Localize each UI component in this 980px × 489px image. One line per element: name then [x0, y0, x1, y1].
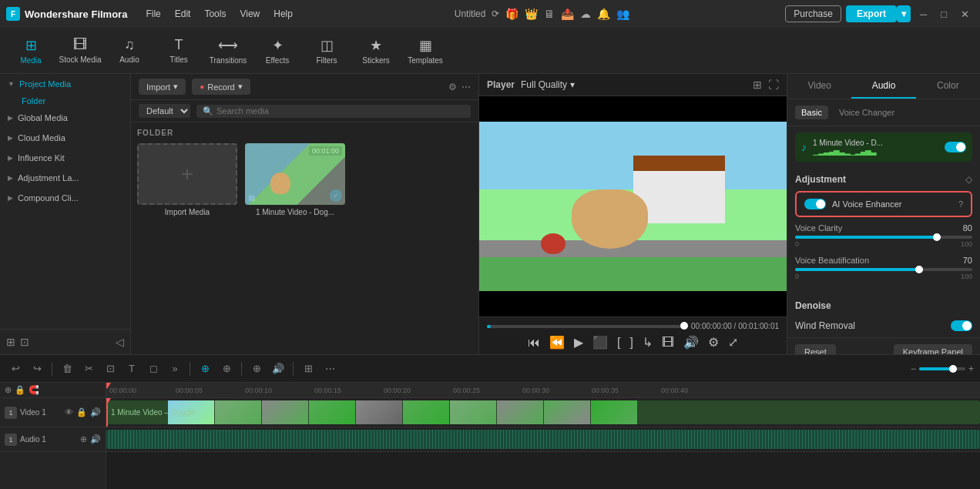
tl-crop-button[interactable]: ⊡ [101, 360, 119, 378]
tool-filters[interactable]: ◫ Filters [304, 31, 350, 71]
lock-icon[interactable]: 🔒 [15, 385, 25, 395]
menu-tools[interactable]: Tools [198, 7, 232, 21]
export-dropdown-button[interactable]: ▾ [897, 5, 911, 22]
snapshot-button[interactable]: 🎞 [662, 336, 674, 350]
player-quality-dropdown-icon[interactable]: ▾ [570, 79, 575, 90]
maximize-button[interactable]: □ [936, 8, 951, 20]
left-bottom-icon3[interactable]: ◁ [116, 336, 124, 348]
ai-info-icon[interactable]: ? [958, 199, 963, 209]
player-fullscreen-icon[interactable]: ⛶ [768, 79, 779, 91]
left-bottom-icon1[interactable]: ⊞ [6, 336, 15, 348]
filter-icon[interactable]: ⚙ [448, 82, 457, 92]
titlebar-icon-cloud[interactable]: ☁ [580, 8, 591, 20]
tool-templates[interactable]: ▦ Templates [402, 31, 448, 71]
import-button[interactable]: Import ▾ [139, 79, 186, 95]
tl-cut-button[interactable]: ✂ [79, 360, 98, 378]
close-button[interactable]: ✕ [956, 8, 974, 20]
sidebar-item-global-media[interactable]: ▶ Global Media [0, 108, 130, 128]
tl-more-button[interactable]: » [166, 360, 184, 378]
tab-video[interactable]: Video [787, 74, 851, 99]
tl-shape-button[interactable]: ◻ [144, 360, 163, 378]
audio-add-icon[interactable]: ⊕ [80, 434, 87, 444]
tl-undo-button[interactable]: ↩ [6, 360, 25, 378]
tl-snap-button[interactable]: ⊕ [196, 360, 214, 378]
record-button[interactable]: ● Record ▾ [192, 79, 250, 95]
menu-view[interactable]: View [233, 7, 266, 21]
player-grid-icon[interactable]: ⊞ [753, 79, 762, 91]
sidebar-item-compound[interactable]: ▶ Compound Cli... [0, 188, 130, 208]
tl-text-button[interactable]: T [123, 360, 141, 378]
ai-voice-toggle[interactable] [804, 199, 826, 209]
sidebar-item-cloud-media[interactable]: ▶ Cloud Media [0, 128, 130, 148]
left-bottom-icon2[interactable]: ⊡ [20, 336, 29, 348]
mark-out-button[interactable]: ] [630, 336, 633, 350]
video-lock-icon[interactable]: 🔒 [76, 407, 87, 417]
media-search-input[interactable] [216, 106, 465, 116]
voice-clarity-slider[interactable] [795, 236, 972, 239]
tool-stock[interactable]: 🎞 Stock Media [57, 31, 103, 71]
tl-more2-button[interactable]: ⋯ [321, 360, 339, 378]
titlebar-icon-bell[interactable]: 🔔 [597, 8, 610, 20]
menu-help[interactable]: Help [267, 7, 299, 21]
zoom-in-icon[interactable]: + [968, 363, 974, 374]
progress-bar[interactable] [487, 325, 685, 328]
sidebar-item-influence-kit[interactable]: ▶ Influence Kit [0, 148, 130, 168]
tool-transitions[interactable]: ⟷ Transitions [205, 31, 251, 71]
add-track-icon[interactable]: ⊕ [5, 385, 12, 395]
resize-button[interactable]: ⤢ [728, 335, 738, 350]
audio-track-content[interactable] [106, 427, 980, 452]
default-select[interactable]: Default [139, 104, 190, 118]
magnet-icon[interactable]: 🧲 [29, 385, 39, 395]
video-mute-icon[interactable]: 🔊 [90, 407, 101, 417]
titlebar-icon-screen[interactable]: 🖥 [544, 8, 555, 20]
sub-tab-basic[interactable]: Basic [795, 106, 828, 119]
tl-speed-button[interactable]: ⊕ [247, 360, 266, 378]
tab-color[interactable]: Color [916, 74, 980, 99]
zoom-bar[interactable] [919, 367, 965, 370]
menu-file[interactable]: File [139, 7, 166, 21]
more-icon[interactable]: ⋯ [461, 82, 471, 92]
tl-delete-button[interactable]: 🗑 [58, 360, 76, 378]
titlebar-icon-users[interactable]: 👥 [616, 8, 629, 20]
folder-label[interactable]: Folder [0, 94, 130, 108]
purchase-button[interactable]: Purchase [785, 5, 841, 22]
sidebar-item-adjustment[interactable]: ▶ Adjustment La... [0, 168, 130, 188]
tl-ripple-button[interactable]: ⊕ [217, 360, 236, 378]
sub-tab-voice-changer[interactable]: Voice Changer [833, 106, 901, 119]
add-to-timeline-button[interactable]: ↳ [643, 335, 653, 350]
video-media-item[interactable]: 00:01:00 ▦ ✓ 1 Minute Video - Dog... [245, 143, 345, 216]
video-eye-icon[interactable]: 👁 [65, 407, 73, 417]
tool-stickers[interactable]: ★ Stickers [353, 31, 399, 71]
tool-audio[interactable]: ♫ Audio [106, 31, 153, 71]
titlebar-icon-crown[interactable]: 👑 [525, 8, 538, 20]
tl-audio-button[interactable]: 🔊 [269, 360, 287, 378]
tl-layout-button[interactable]: ⊞ [299, 360, 317, 378]
voice-beautification-slider[interactable] [795, 268, 972, 271]
menu-edit[interactable]: Edit [169, 7, 197, 21]
skip-back-button[interactable]: ⏮ [528, 336, 540, 350]
tl-redo-button[interactable]: ↪ [28, 360, 46, 378]
minimize-button[interactable]: ─ [915, 8, 931, 20]
zoom-out-icon[interactable]: − [911, 363, 916, 374]
import-media-item[interactable]: + Import Media [137, 143, 237, 216]
step-back-button[interactable]: ⏪ [549, 335, 565, 350]
audio-track-toggle[interactable] [945, 142, 966, 152]
sidebar-item-project-media[interactable]: ▼ Project Media [0, 74, 130, 94]
adjustment-icon[interactable]: ◇ [965, 174, 972, 185]
wind-removal-toggle[interactable] [951, 320, 972, 331]
video-track-content[interactable]: 1 Minute Video – Doggie [106, 398, 980, 427]
keyframe-panel-button[interactable]: Keyframe Panel [894, 344, 972, 354]
tool-media[interactable]: ⊞ Media [8, 31, 54, 71]
mark-in-button[interactable]: [ [617, 336, 620, 350]
play-button[interactable]: ▶ [574, 335, 583, 350]
reset-button[interactable]: Reset [795, 344, 836, 354]
video-clip[interactable]: 1 Minute Video – Doggie [106, 400, 980, 424]
stop-button[interactable]: ⬛ [592, 335, 608, 350]
volume-button[interactable]: 🔊 [683, 335, 699, 350]
tool-titles[interactable]: T Titles [156, 31, 202, 71]
tab-audio[interactable]: Audio [851, 74, 915, 99]
settings-button[interactable]: ⚙ [708, 335, 719, 350]
titlebar-icon-export2[interactable]: 📤 [561, 8, 574, 20]
tool-effects[interactable]: ✦ Effects [254, 31, 300, 71]
titlebar-icon-gift[interactable]: 🎁 [505, 8, 519, 20]
